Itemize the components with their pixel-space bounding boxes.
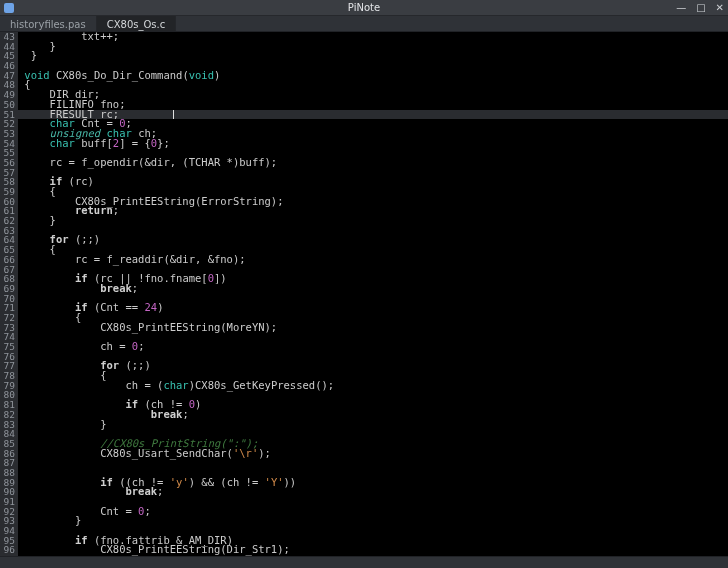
titlebar: PiNote — □ ✕: [0, 0, 728, 16]
code-line[interactable]: }: [18, 42, 728, 52]
maximize-button[interactable]: □: [696, 2, 705, 13]
tabbar: historyfiles.pas CX80s_Os.c: [0, 16, 728, 32]
minimize-button[interactable]: —: [676, 2, 686, 13]
close-button[interactable]: ✕: [716, 2, 724, 13]
app-title: PiNote: [348, 2, 380, 13]
code-line[interactable]: {: [18, 80, 728, 90]
code-line[interactable]: FILINFO fno;: [18, 100, 728, 110]
code-line[interactable]: ch = 0;: [18, 342, 728, 352]
code-editor[interactable]: 4344454647484950515253545556575859606162…: [0, 32, 728, 556]
code-line[interactable]: CX80s_PrintEEString(ErrorString);: [18, 197, 728, 207]
code-line[interactable]: break;: [18, 284, 728, 294]
code-line[interactable]: return;: [18, 206, 728, 216]
line-number-gutter: 4344454647484950515253545556575859606162…: [0, 32, 18, 556]
code-line[interactable]: CX80s_Usart_SendChar('\r');: [18, 449, 728, 459]
code-line[interactable]: Cnt = 0;: [18, 507, 728, 517]
code-line[interactable]: }: [18, 516, 728, 526]
tab-label: historyfiles.pas: [10, 19, 86, 30]
text-caret: [173, 110, 174, 120]
code-line[interactable]: if (rc): [18, 177, 728, 187]
code-line[interactable]: for (;;): [18, 235, 728, 245]
code-line[interactable]: rc = f_readdir(&dir, &fno);: [18, 255, 728, 265]
code-line[interactable]: if (Cnt == 24): [18, 303, 728, 313]
code-line[interactable]: [18, 226, 728, 236]
code-line[interactable]: }: [18, 51, 728, 61]
code-line[interactable]: }: [18, 420, 728, 430]
code-line[interactable]: break;: [18, 487, 728, 497]
code-line[interactable]: [18, 168, 728, 178]
code-line[interactable]: }: [18, 216, 728, 226]
code-line[interactable]: ch = (char)CX80s_GetKeyPressed();: [18, 381, 728, 391]
code-line[interactable]: break;: [18, 410, 728, 420]
code-line[interactable]: char buff[2] = {0};: [18, 139, 728, 149]
code-area[interactable]: txt++; } } void CX80s_Do_Dir_Command(voi…: [18, 32, 728, 556]
tab-label: CX80s_Os.c: [107, 19, 166, 30]
app-icon: [4, 3, 14, 13]
code-line[interactable]: CX80s_PrintEEString(Dir_Str1);: [18, 545, 728, 555]
line-number: 96: [0, 545, 15, 555]
code-line[interactable]: txt++;: [18, 32, 728, 42]
code-line[interactable]: CX80s_PrintEEString(MoreYN);: [18, 323, 728, 333]
code-line[interactable]: rc = f_opendir(&dir, (TCHAR *)buff);: [18, 158, 728, 168]
code-line[interactable]: void CX80s_Do_Dir_Command(void): [18, 71, 728, 81]
statusbar: [0, 556, 728, 568]
tab-cx80s-os[interactable]: CX80s_Os.c: [97, 16, 177, 31]
tab-historyfiles[interactable]: historyfiles.pas: [0, 16, 97, 31]
window-controls: — □ ✕: [676, 2, 724, 13]
code-line[interactable]: [18, 458, 728, 468]
code-line[interactable]: for (;;): [18, 361, 728, 371]
